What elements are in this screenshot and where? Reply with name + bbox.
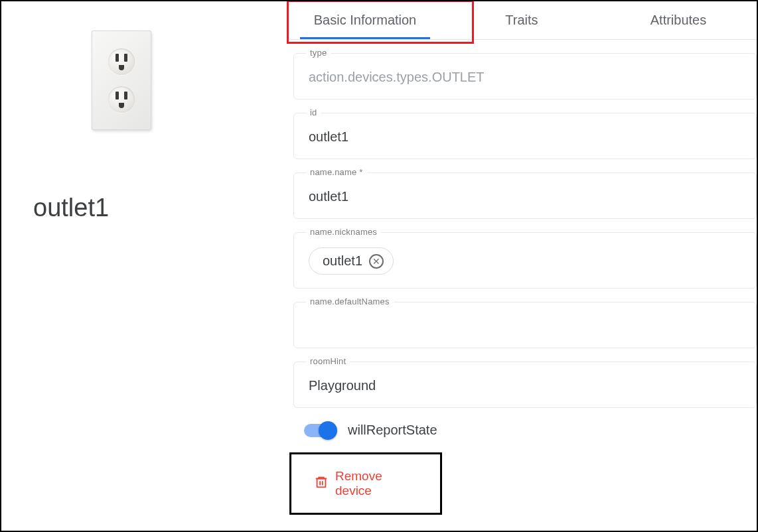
field-label: name.defaultNames: [306, 297, 394, 306]
nickname-chip[interactable]: outlet1 ✕: [309, 247, 394, 275]
field-label: id: [306, 107, 321, 117]
field-value: outlet1: [309, 129, 741, 145]
tab-basic-information[interactable]: Basic Information: [287, 1, 443, 39]
chip-remove-icon[interactable]: ✕: [369, 254, 384, 269]
chip-label: outlet1: [323, 253, 362, 269]
field-label: name.name *: [306, 167, 367, 177]
remove-label: Remove device: [335, 469, 417, 498]
tab-attributes[interactable]: Attributes: [600, 1, 757, 39]
field-type[interactable]: type action.devices.types.OUTLET: [293, 53, 757, 100]
field-value: Playground: [309, 378, 741, 394]
tab-label: Traits: [505, 13, 538, 28]
field-value: [309, 318, 741, 334]
field-id[interactable]: id outlet1: [293, 113, 757, 159]
toggle-label: willReportState: [348, 423, 437, 438]
outlet-icon: [92, 31, 151, 130]
field-room-hint[interactable]: roomHint Playground: [293, 362, 757, 408]
svg-rect-0: [317, 478, 326, 487]
field-label: type: [306, 48, 331, 58]
device-title: outlet1: [33, 194, 287, 222]
field-label: name.nicknames: [306, 227, 381, 237]
tab-label: Basic Information: [314, 13, 417, 28]
field-nicknames[interactable]: name.nicknames outlet1 ✕: [293, 232, 757, 289]
tabs: Basic Information Traits Attributes: [287, 1, 757, 40]
field-value: outlet1: [309, 189, 741, 205]
field-default-names[interactable]: name.defaultNames: [293, 302, 757, 348]
tab-traits[interactable]: Traits: [443, 1, 600, 39]
field-name[interactable]: name.name * outlet1: [293, 172, 757, 219]
highlight-remove-device: Remove device: [289, 452, 442, 515]
field-label: roomHint: [306, 356, 350, 366]
remove-device-button[interactable]: Remove device: [314, 469, 417, 498]
will-report-state-toggle[interactable]: [304, 424, 335, 437]
tab-label: Attributes: [650, 13, 706, 28]
trash-icon: [314, 475, 329, 493]
field-value: action.devices.types.OUTLET: [309, 70, 741, 86]
